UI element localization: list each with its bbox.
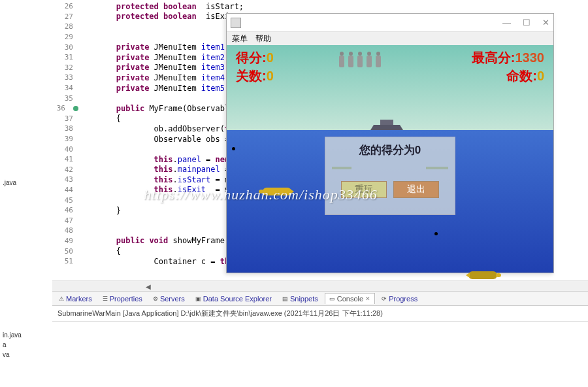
decoration — [332, 167, 351, 169]
code-content: private JMenuItem item2; — [78, 53, 229, 62]
tab-icon: ⚠ — [59, 295, 64, 302]
tab-properties[interactable]: ☰Properties — [99, 294, 146, 304]
line-number: 43 — [52, 175, 78, 184]
file-item[interactable]: .java — [3, 178, 16, 188]
submarine — [263, 188, 291, 195]
maximize-button[interactable]: ☐ — [523, 18, 531, 27]
tab-progress[interactable]: ⟳Progress — [378, 294, 421, 304]
line-number: 38 — [52, 124, 78, 133]
submarine — [468, 271, 497, 279]
line-number: 37 — [52, 114, 78, 123]
hud-lives: 命数:0 — [506, 67, 544, 85]
project-explorer[interactable]: .java in.java a va — [0, 0, 52, 387]
code-content — [78, 195, 116, 205]
code-content: } — [78, 206, 121, 215]
horizontal-scrollbar[interactable]: ◀ — [52, 280, 588, 291]
tab-label: Properties — [110, 295, 142, 303]
replay-button[interactable]: 重玩 — [341, 181, 387, 198]
tab-icon: ▣ — [195, 295, 201, 302]
code-content — [78, 144, 116, 154]
tab-label: Servers — [160, 295, 185, 303]
code-content: protected boolean isStart; — [78, 2, 244, 11]
tab-label: Data Source Explorer — [203, 295, 272, 303]
line-number: 30 — [52, 43, 78, 52]
console-area[interactable] — [52, 322, 588, 387]
line-number: 34 — [52, 84, 78, 92]
line-number: 26 — [52, 2, 78, 10]
line-number: 49 — [52, 237, 78, 245]
hud-score: 得分:0 — [236, 49, 274, 67]
file-item[interactable]: a — [3, 340, 22, 350]
bomb-icon — [338, 52, 346, 69]
tab-snippets[interactable]: ▤Snippets — [278, 294, 322, 304]
code-content — [78, 93, 116, 103]
line-number: 32 — [52, 63, 78, 72]
tab-icon: ⟳ — [382, 295, 387, 302]
code-content: private JMenuItem item1; — [78, 42, 229, 52]
code-content: { — [78, 114, 121, 123]
code-line[interactable]: 26 protected boolean isStart; — [52, 1, 588, 12]
bomb-icon — [374, 52, 382, 69]
tab-icon: ▤ — [282, 295, 288, 302]
line-number: 35 — [52, 94, 78, 103]
line-number: 29 — [52, 33, 78, 41]
tab-label: Markers — [66, 295, 92, 303]
bomb-row — [338, 52, 382, 69]
dialog-title: 您的得分为0 — [325, 137, 455, 165]
tab-data-source-explorer[interactable]: ▣Data Source Explorer — [191, 294, 276, 304]
bomb-icon — [347, 52, 355, 69]
tab-label: Console — [337, 295, 363, 303]
tab-label: Snippets — [290, 295, 318, 303]
line-number: 46 — [52, 206, 78, 214]
hud-hiscore: 最高分:1330 — [472, 49, 544, 67]
bullet — [434, 232, 438, 235]
line-number: 31 — [52, 53, 78, 61]
line-number: 47 — [52, 216, 78, 225]
tab-servers[interactable]: ⚙Servers — [149, 294, 189, 304]
code-content: { — [78, 246, 121, 256]
tab-label: Progress — [389, 295, 417, 303]
code-content — [78, 226, 116, 235]
line-number: 41 — [52, 155, 78, 163]
code-content: private JMenuItem item3; — [78, 63, 229, 72]
line-number: 27 — [52, 12, 78, 21]
close-button[interactable]: ✕ — [542, 18, 549, 27]
bullet — [232, 147, 235, 150]
file-item[interactable]: va — [3, 350, 22, 360]
line-number: 42 — [52, 165, 78, 174]
exit-button[interactable]: 退出 — [393, 181, 439, 198]
bomb-icon — [365, 52, 373, 69]
game-canvas[interactable]: 得分:0 关数:0 最高分:1330 命数:0 您的得分为 — [227, 45, 553, 273]
menu-item-help[interactable]: 帮助 — [255, 33, 271, 44]
code-content: public void showMyFrame() — [78, 236, 234, 245]
code-content: protected boolean isExit; — [78, 12, 239, 21]
menu-item-file[interactable]: 菜单 — [232, 33, 248, 44]
bottom-tabs: ⚠Markers☰Properties⚙Servers▣Data Source … — [52, 291, 588, 306]
line-number: 50 — [52, 247, 78, 256]
code-content: private JMenuItem item4; — [78, 73, 229, 82]
line-number: 51 — [52, 257, 78, 265]
code-content — [78, 216, 116, 225]
hud-level: 关数:0 — [236, 67, 274, 85]
line-number: 28 — [52, 22, 78, 31]
gameover-dialog: 您的得分为0 重玩 退出 — [325, 137, 455, 215]
console-output: SubmarineWarMain [Java Application] D:\j… — [52, 306, 588, 322]
bomb-icon — [356, 52, 364, 69]
line-number: 45 — [52, 196, 78, 205]
line-number: 44 — [52, 186, 78, 194]
tab-console[interactable]: ▭Console✕ — [325, 293, 375, 304]
minimize-button[interactable]: — — [502, 18, 511, 27]
titlebar[interactable]: — ☐ ✕ — [227, 14, 553, 32]
app-icon — [231, 18, 241, 28]
game-window: — ☐ ✕ 菜单 帮助 得分:0 关数:0 最高分:1330 命数:0 — [226, 13, 554, 273]
code-content: private JMenuItem item5; — [78, 84, 229, 93]
tab-icon: ☰ — [103, 295, 108, 302]
close-icon[interactable]: ✕ — [365, 295, 370, 302]
menubar: 菜单 帮助 — [227, 32, 553, 45]
tab-icon: ⚙ — [153, 295, 158, 302]
line-number: 39 — [52, 135, 78, 143]
tab-markers[interactable]: ⚠Markers — [55, 294, 96, 304]
code-content — [78, 22, 116, 31]
scroll-left-icon[interactable]: ◀ — [144, 282, 153, 291]
file-item[interactable]: in.java — [3, 330, 22, 340]
